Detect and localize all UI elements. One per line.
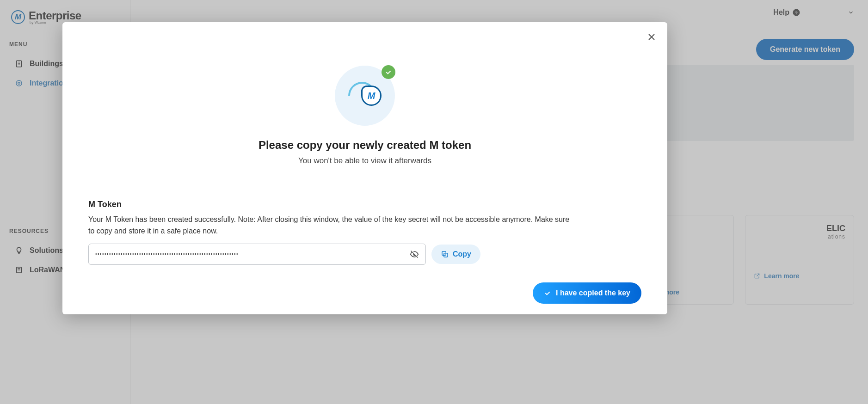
- success-check-icon: [382, 65, 395, 79]
- token-input[interactable]: ••••••••••••••••••••••••••••••••••••••••…: [88, 244, 426, 265]
- modal-subtitle: You won't be able to view it afterwards: [298, 156, 431, 165]
- m-badge-icon: M: [361, 86, 382, 106]
- token-masked-value: ••••••••••••••••••••••••••••••••••••••••…: [95, 244, 409, 265]
- confirm-label: I have copied the key: [556, 289, 630, 297]
- toggle-visibility-button[interactable]: [409, 249, 420, 260]
- eye-off-icon: [410, 250, 419, 259]
- check-icon: [544, 289, 551, 297]
- modal-title: Please copy your newly created M token: [259, 139, 471, 152]
- confirm-copied-button[interactable]: I have copied the key: [533, 282, 641, 304]
- close-icon: [646, 31, 657, 43]
- hero-illustration: M: [335, 66, 395, 126]
- copy-token-button[interactable]: Copy: [431, 245, 480, 264]
- copy-icon: [441, 250, 449, 258]
- close-button[interactable]: [645, 31, 658, 43]
- token-section-label: M Token: [88, 200, 641, 209]
- copy-label: Copy: [453, 250, 471, 258]
- token-section-description: Your M Token has been created successful…: [88, 214, 574, 237]
- token-created-modal: M Please copy your newly created M token…: [62, 22, 667, 314]
